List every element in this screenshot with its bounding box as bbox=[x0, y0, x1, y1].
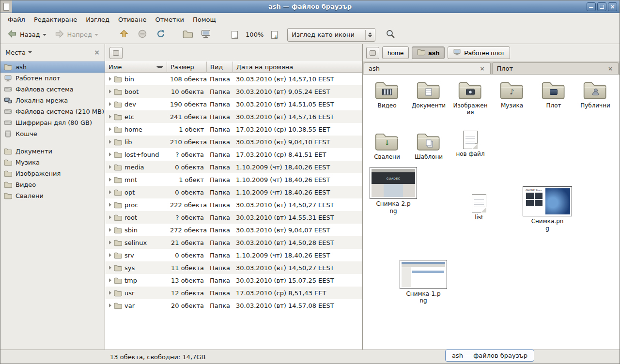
expander-icon[interactable] bbox=[109, 215, 111, 219]
table-row[interactable]: root? обектаПапка30.03.2010 (вт) 14,55,3… bbox=[105, 211, 362, 224]
icon-cell[interactable]: list bbox=[465, 194, 494, 221]
tab[interactable]: Плот× bbox=[492, 62, 619, 74]
expander-icon[interactable] bbox=[109, 278, 111, 282]
icon-view[interactable]: ВидеоДокументиИзображения♪МузикаПлотПубл… bbox=[363, 75, 620, 349]
path-button[interactable]: home bbox=[382, 46, 409, 59]
icon-cell[interactable]: Видео bbox=[369, 79, 405, 109]
menu-item[interactable]: Отиване bbox=[114, 15, 151, 25]
sidebar-item[interactable]: Локална мрежа bbox=[0, 95, 105, 106]
home-button[interactable] bbox=[180, 28, 196, 42]
expander-icon[interactable] bbox=[109, 291, 111, 295]
stop-button[interactable] bbox=[134, 28, 151, 42]
expander-icon[interactable] bbox=[109, 115, 111, 119]
icon-cell[interactable]: GUADECСнимка-2.png bbox=[370, 167, 417, 214]
expander-icon[interactable] bbox=[109, 165, 111, 169]
table-row[interactable]: bin108 обектаПапка30.03.2010 (вт) 14,57,… bbox=[105, 73, 362, 85]
table-row[interactable]: media0 обектаПапка1.10.2009 (чт) 18,40,2… bbox=[105, 161, 362, 173]
sidebar-item[interactable]: Работен плот bbox=[0, 73, 105, 84]
tab[interactable]: ash× bbox=[364, 62, 491, 74]
back-button[interactable]: Назад bbox=[4, 28, 49, 42]
expander-icon[interactable] bbox=[109, 241, 111, 244]
column-header[interactable]: Вид bbox=[207, 61, 233, 73]
icon-cell[interactable]: ↓Свалени bbox=[369, 131, 405, 160]
expander-icon[interactable] bbox=[109, 253, 111, 257]
expander-icon[interactable] bbox=[109, 102, 111, 106]
pane-toggle-button[interactable] bbox=[109, 47, 123, 59]
icon-cell[interactable]: ♪Музика bbox=[494, 79, 530, 109]
view-mode-select[interactable]: Изглед като икони bbox=[287, 28, 375, 42]
close-button[interactable]: × bbox=[608, 2, 617, 11]
table-row[interactable]: var20 обектаПапка30.03.2010 (вт) 14,57,0… bbox=[105, 299, 362, 312]
up-button[interactable] bbox=[116, 28, 132, 42]
sidebar-item[interactable]: Кошче bbox=[0, 128, 105, 139]
menu-item[interactable]: Изглед bbox=[81, 15, 114, 25]
computer-button[interactable] bbox=[198, 28, 214, 42]
icon-cell[interactable]: Снимка-1.png bbox=[400, 260, 447, 304]
table-row[interactable]: lost+found? обектаПапка17.03.2010 (ср) 8… bbox=[105, 148, 362, 161]
sidebar-item[interactable]: Музика bbox=[0, 157, 105, 168]
icon-cell[interactable]: Документи bbox=[410, 79, 447, 109]
expander-icon[interactable] bbox=[109, 152, 111, 156]
expander-icon[interactable] bbox=[109, 228, 111, 232]
table-row[interactable]: mnt1 обектПапка1.10.2009 (чт) 18,40,26 E… bbox=[105, 173, 362, 186]
expander-icon[interactable] bbox=[109, 203, 111, 207]
table-row[interactable]: lib210 обектаПапка30.03.2010 (вт) 9,04,1… bbox=[105, 136, 362, 148]
column-header[interactable]: Дата на промяна bbox=[233, 61, 362, 73]
reload-button[interactable] bbox=[153, 28, 169, 42]
sidebar-item[interactable]: Шифриран дял (80 GB) bbox=[0, 117, 105, 128]
expander-icon[interactable] bbox=[109, 266, 111, 270]
path-button[interactable]: ash bbox=[412, 46, 445, 59]
minimize-button[interactable] bbox=[587, 2, 596, 11]
column-header[interactable]: Размер bbox=[167, 61, 207, 73]
table-row[interactable]: srv0 обектаПапка1.10.2009 (чт) 18,40,26 … bbox=[105, 249, 362, 261]
sidebar-item[interactable]: Файлова система (210 MB) bbox=[0, 106, 105, 117]
maximize-button[interactable] bbox=[597, 2, 606, 11]
expander-icon[interactable] bbox=[109, 190, 111, 194]
places-title[interactable]: Места bbox=[5, 49, 26, 56]
table-row[interactable]: etc241 обектаПапка30.03.2010 (вт) 14,57,… bbox=[105, 110, 362, 123]
sidebar-item[interactable]: Изображения bbox=[0, 168, 105, 179]
expander-icon[interactable] bbox=[109, 90, 111, 93]
menu-item[interactable]: Файл bbox=[3, 15, 30, 25]
sidebar-item[interactable]: ash bbox=[0, 61, 105, 73]
expander-icon[interactable] bbox=[109, 178, 111, 182]
icon-cell[interactable]: Шаблони bbox=[410, 131, 447, 160]
menu-item[interactable]: Помощ bbox=[188, 15, 220, 25]
titlebar[interactable]: ash — файлов браузър × bbox=[0, 0, 620, 13]
sidebar-item[interactable]: Файлова система bbox=[0, 84, 105, 95]
forward-button[interactable]: Напред bbox=[51, 28, 101, 42]
icon-cell[interactable]: Публични bbox=[577, 79, 614, 109]
back-history-icon[interactable] bbox=[43, 34, 46, 36]
tab-close-icon[interactable]: × bbox=[607, 65, 614, 72]
icon-cell[interactable]: GNOME StoreСнимка.png bbox=[523, 186, 572, 232]
menu-item[interactable]: Отметки bbox=[151, 15, 188, 25]
sidebar-item[interactable]: Свалени bbox=[0, 190, 105, 201]
zoom-out-button[interactable]: − bbox=[229, 28, 241, 42]
table-row[interactable]: tmp13 обектаПапка30.03.2010 (вт) 15,07,2… bbox=[105, 274, 362, 287]
pane-toggle-button[interactable] bbox=[366, 47, 379, 59]
table-row[interactable]: usr12 обектаПапка17.03.2010 (ср) 8,51,43… bbox=[105, 287, 362, 299]
expander-icon[interactable] bbox=[109, 303, 111, 307]
table-row[interactable]: selinux21 обектаПапка30.03.2010 (вт) 14,… bbox=[105, 236, 362, 249]
expander-icon[interactable] bbox=[109, 140, 111, 144]
table-row[interactable]: proc222 обектаПапка30.03.2010 (вт) 14,50… bbox=[105, 198, 362, 211]
menu-item[interactable]: Редактиране bbox=[30, 15, 81, 25]
sidebar-item[interactable]: Документи bbox=[0, 146, 105, 157]
path-button[interactable]: Работен плот bbox=[448, 46, 510, 59]
search-button[interactable] bbox=[382, 28, 399, 42]
sidebar-item[interactable]: Видео bbox=[0, 179, 105, 190]
places-caret-icon[interactable] bbox=[28, 51, 32, 53]
column-header[interactable]: Име bbox=[105, 61, 167, 73]
table-row[interactable]: home1 обектПапка17.03.2010 (ср) 10,38,55… bbox=[105, 123, 362, 136]
table-row[interactable]: sys11 обектаПапка30.03.2010 (вт) 14,50,2… bbox=[105, 261, 362, 274]
icon-cell[interactable]: Плот bbox=[535, 79, 572, 109]
icon-cell[interactable]: Изображения bbox=[452, 79, 489, 116]
icon-cell[interactable]: нов файл bbox=[452, 131, 489, 157]
table-row[interactable]: dev190 обектаПапка30.03.2010 (вт) 14,51,… bbox=[105, 98, 362, 110]
table-row[interactable]: opt0 обектаПапка1.10.2009 (чт) 18,40,26 … bbox=[105, 186, 362, 198]
expander-icon[interactable] bbox=[109, 77, 111, 81]
zoom-in-button[interactable]: + bbox=[268, 28, 280, 42]
places-close-icon[interactable]: × bbox=[94, 48, 100, 56]
table-row[interactable]: boot10 обектаПапка30.03.2010 (вт) 9,05,2… bbox=[105, 85, 362, 98]
tab-close-icon[interactable]: × bbox=[479, 65, 485, 72]
